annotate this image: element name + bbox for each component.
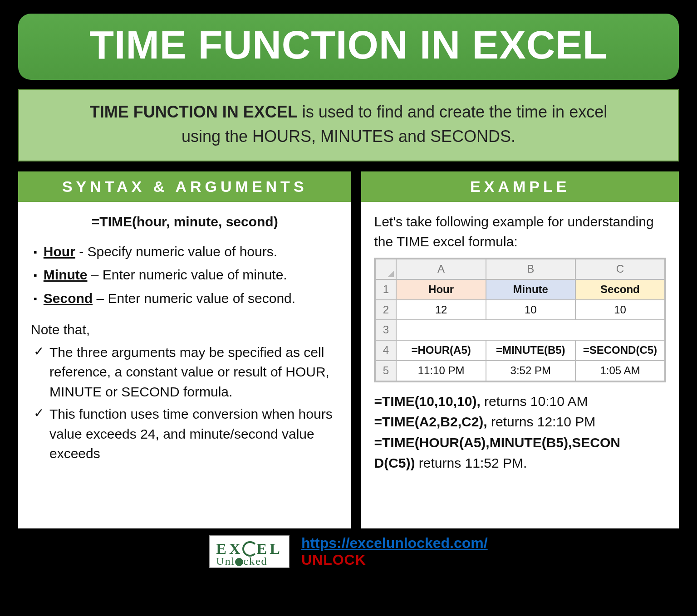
arg-name: Minute (44, 267, 88, 282)
arg-text: Enter numeric value of minute. (103, 267, 287, 282)
formula-result: returns 10:10 AM (481, 394, 588, 409)
cell-c1: Second (575, 279, 665, 300)
logo-text: Unl (216, 555, 235, 567)
row-header: 5 (375, 361, 396, 381)
formula-result: returns 11:52 PM. (415, 455, 527, 470)
cell-a1: Hour (396, 279, 486, 300)
cell-row3-merged (396, 320, 665, 340)
cell-a5: 11:10 PM (396, 361, 486, 381)
syntax-column: SYNTAX & ARGUMENTS =TIME(hour, minute, s… (18, 171, 351, 528)
excel-grid: A B C 1 Hour Minute Second 2 12 10 10 3 … (374, 258, 666, 382)
example-intro: Let's take following example for underst… (374, 212, 666, 251)
formula-example: =TIME(10,10,10), returns 10:10 AM (374, 391, 666, 411)
footer: EXEL Unlcked https://excelunlocked.com/ … (18, 535, 679, 568)
arg-text: Enter numeric value of second. (108, 291, 296, 306)
arg-name: Second (44, 291, 93, 306)
cell-a2: 12 (396, 300, 486, 320)
example-header: EXAMPLE (361, 171, 679, 202)
logo-row1: EXEL (216, 538, 283, 557)
description-text-2: using the HOURS, MINUTES and SECONDS. (182, 127, 515, 146)
cell-b1: Minute (486, 279, 575, 300)
lock-icon (242, 541, 258, 557)
arg-sep: - (75, 244, 88, 259)
cell-a4: =HOUR(A5) (396, 340, 486, 361)
note-text: The three arguments may be specified as … (49, 342, 339, 402)
arg-name: Hour (44, 244, 75, 259)
formula-example: =TIME(HOUR(A5),MINUTE(B5),SECON (374, 433, 666, 453)
logo-text: cked (243, 555, 267, 567)
cell-c2: 10 (575, 300, 665, 320)
grid-corner-icon (375, 259, 396, 279)
description-text-1: is used to find and create the time in e… (298, 103, 607, 121)
argument-list: Hour - Specify numeric value of hours. M… (31, 242, 339, 308)
description-bold: TIME FUNCTION IN EXCEL (90, 103, 298, 121)
formula-example: =TIME(A2,B2,C2), returns 12:10 PM (374, 412, 666, 432)
cell-c4: =SECOND(C5) (575, 340, 665, 361)
syntax-header: SYNTAX & ARGUMENTS (18, 171, 351, 202)
cell-c5: 1:05 AM (575, 361, 665, 381)
row-header: 2 (375, 300, 396, 320)
cell-b2: 10 (486, 300, 575, 320)
note-item: ✓The three arguments may be specified as… (34, 342, 339, 402)
col-header-a: A (396, 259, 486, 279)
cell-b4: =MINUTE(B5) (486, 340, 575, 361)
check-icon: ✓ (34, 404, 44, 464)
example-column: EXAMPLE Let's take following example for… (361, 171, 679, 528)
col-header-b: B (486, 259, 575, 279)
note-label: Note that, (31, 320, 339, 340)
keyhole-icon (235, 558, 243, 566)
footer-link[interactable]: https://excelunlocked.com/ (301, 535, 488, 551)
formula-text: =TIME(10,10,10), (374, 394, 480, 409)
formula-text: D(C5)) (374, 455, 415, 470)
note-list: ✓The three arguments may be specified as… (31, 342, 339, 464)
note-item: ✓This function uses time conversion when… (34, 404, 339, 464)
col-header-c: C (575, 259, 665, 279)
two-column-layout: SYNTAX & ARGUMENTS =TIME(hour, minute, s… (18, 171, 679, 528)
logo-row2: Unlcked (216, 556, 283, 567)
row-header: 3 (375, 320, 396, 340)
footer-unlock: UNLOCK (301, 552, 366, 568)
check-icon: ✓ (34, 342, 44, 402)
cell-b5: 3:52 PM (486, 361, 575, 381)
arg-sep: – (93, 291, 108, 306)
formula-text: =TIME(HOUR(A5),MINUTE(B5),SECON (374, 435, 620, 450)
row-header: 1 (375, 279, 396, 300)
arg-hour: Hour - Specify numeric value of hours. (34, 242, 339, 262)
excel-unlocked-logo: EXEL Unlcked (209, 535, 290, 568)
arg-text: Specify numeric value of hours. (87, 244, 277, 259)
arg-second: Second – Enter numeric value of second. (34, 288, 339, 308)
formula-text: =TIME(A2,B2,C2), (374, 414, 487, 429)
note-text: This function uses time conversion when … (49, 404, 339, 464)
arg-sep: – (87, 267, 102, 282)
footer-text: https://excelunlocked.com/ UNLOCK (301, 535, 488, 568)
logo-text: EL (257, 540, 283, 557)
row-header: 4 (375, 340, 396, 361)
syntax-formula: =TIME(hour, minute, second) (31, 212, 339, 232)
page-title: TIME FUNCTION IN EXCEL (18, 14, 679, 80)
syntax-body: =TIME(hour, minute, second) Hour - Speci… (18, 202, 351, 528)
formula-result: returns 12:10 PM (487, 414, 595, 429)
description-bar: TIME FUNCTION IN EXCEL is used to find a… (18, 89, 679, 161)
example-body: Let's take following example for underst… (361, 202, 679, 528)
arg-minute: Minute – Enter numeric value of minute. (34, 265, 339, 285)
logo-text: EX (216, 540, 243, 557)
formula-example: D(C5)) returns 11:52 PM. (374, 453, 666, 473)
